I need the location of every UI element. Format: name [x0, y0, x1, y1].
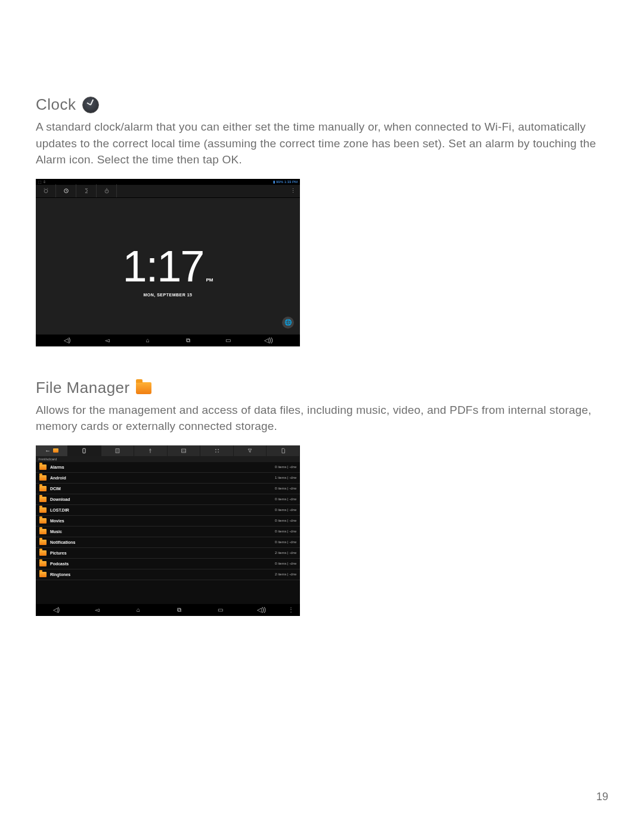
fm-back-button[interactable]: ← — [36, 445, 68, 456]
svg-point-6 — [215, 449, 216, 450]
fm-row[interactable]: Podcasts0 items | -drw — [36, 559, 300, 569]
file-manager-screenshot: ← /mnt/sdcard Alarms0 items | -drwAndroi… — [36, 445, 300, 616]
clock-screenshot: ⬚ ⇩ ▮ 99% 1:33 PM ⋮ 1 — [36, 179, 300, 346]
usb-icon — [147, 448, 153, 454]
volume-down-icon[interactable]: ◁) — [36, 606, 77, 613]
volume-down-icon[interactable]: ◁) — [58, 337, 76, 343]
alarm-icon — [43, 188, 49, 194]
device-icon — [81, 448, 87, 454]
clock-title-text: Clock — [36, 95, 76, 114]
fm-tab-images[interactable] — [168, 445, 201, 456]
page-number: 19 — [596, 791, 608, 803]
volume-up-icon[interactable]: ◁)) — [259, 337, 277, 343]
list-icon — [114, 448, 120, 454]
fm-row[interactable]: Download0 items | -drw — [36, 494, 300, 505]
svg-point-9 — [218, 451, 219, 453]
svg-point-8 — [215, 451, 216, 453]
fm-row-meta: 2 items | -drw — [275, 551, 296, 555]
fm-system-nav-bar: ◁) ◅ ⌂ ⧉ ▭ ◁)) ⋮ — [36, 604, 300, 616]
fm-row-meta: 0 items | -drw — [275, 465, 296, 469]
folder-icon — [39, 465, 47, 470]
svg-rect-5 — [182, 449, 186, 453]
file-icon — [280, 448, 286, 454]
screenshot-icon[interactable]: ▭ — [219, 337, 237, 343]
fm-row-name: Ringtones — [50, 572, 70, 577]
filter-icon — [247, 448, 253, 454]
fm-tab-file[interactable] — [267, 445, 300, 456]
fm-tab-apps[interactable] — [200, 445, 234, 456]
clock-section: Clock A standard clock/alarm that you ca… — [36, 95, 608, 346]
clock-app-icon — [82, 97, 99, 113]
back-icon[interactable]: ◅ — [98, 337, 116, 343]
fm-row-name: DCIM — [50, 487, 61, 491]
clock-icon — [63, 188, 69, 194]
file-manager-section: File Manager Allows for the management a… — [36, 379, 608, 616]
status-bar: ⬚ ⇩ ▮ 99% 1:33 PM — [36, 179, 300, 185]
clock-heading: Clock — [36, 95, 608, 114]
clock-date: MON, SEPTEMBER 15 — [143, 293, 192, 297]
fm-row-name: Notifications — [50, 540, 75, 544]
stopwatch-icon — [104, 188, 110, 194]
tab-alarm[interactable] — [36, 184, 56, 197]
fm-row-meta: 0 items | -drw — [275, 529, 296, 533]
tab-clock[interactable] — [56, 184, 76, 197]
recent-icon[interactable]: ⧉ — [159, 606, 200, 614]
svg-point-7 — [218, 449, 219, 450]
home-icon[interactable]: ⌂ — [139, 337, 157, 343]
clock-ampm: PM — [206, 277, 213, 283]
tab-timer[interactable] — [76, 184, 97, 197]
folder-icon — [39, 561, 47, 566]
fm-tab-usb[interactable] — [134, 445, 168, 456]
clock-body: 1:17 PM MON, SEPTEMBER 15 🌐 — [36, 198, 300, 335]
home-icon[interactable]: ⌂ — [118, 606, 159, 613]
file-manager-heading: File Manager — [36, 379, 608, 397]
overflow-menu[interactable]: ⋮ — [290, 188, 300, 194]
fm-row-meta: 0 items | -drw — [275, 519, 296, 522]
fm-row[interactable]: Alarms0 items | -drw — [36, 462, 300, 473]
status-right: ▮ 99% 1:33 PM — [273, 179, 298, 184]
fm-row[interactable]: Ringtones2 items | -drw — [36, 569, 300, 580]
fm-row[interactable]: Music0 items | -drw — [36, 527, 300, 537]
fm-row[interactable]: LOST.DIR0 items | -drw — [36, 505, 300, 516]
fm-row-name: Android — [50, 476, 66, 480]
world-clock-button[interactable]: 🌐 — [282, 317, 294, 329]
fm-row[interactable]: Pictures2 items | -drw — [36, 548, 300, 559]
folder-icon — [39, 475, 47, 481]
folder-icon — [39, 540, 47, 545]
status-left: ⬚ ⇩ — [38, 179, 46, 184]
fm-row-name: Alarms — [50, 465, 64, 469]
fm-row-meta: 0 items | -drw — [275, 508, 296, 512]
overflow-menu[interactable]: ⋮ — [282, 606, 300, 613]
folder-icon — [39, 497, 47, 502]
screenshot-icon[interactable]: ▭ — [200, 606, 241, 613]
fm-row[interactable]: Movies0 items | -drw — [36, 516, 300, 527]
fm-tab-filter[interactable] — [234, 445, 267, 456]
volume-up-icon[interactable]: ◁)) — [241, 606, 282, 613]
clock-time-row: 1:17 PM — [122, 241, 213, 292]
svg-point-0 — [44, 190, 48, 193]
image-icon — [181, 448, 187, 454]
fm-row[interactable]: Android1 items | -drw — [36, 473, 300, 484]
fm-row[interactable]: DCIM0 items | -drw — [36, 484, 300, 494]
file-manager-description: Allows for the management and access of … — [36, 402, 608, 435]
fm-row-meta: 1 items | -drw — [275, 476, 296, 479]
folder-icon — [39, 550, 47, 556]
fm-list: Alarms0 items | -drwAndroid1 items | -dr… — [36, 462, 300, 604]
fm-tabs — [68, 445, 300, 456]
back-arrow-icon: ← — [45, 447, 51, 454]
fm-row-name: Pictures — [50, 551, 67, 555]
folder-icon — [39, 572, 47, 577]
fm-tab-list[interactable] — [101, 445, 135, 456]
fm-tab-device[interactable] — [68, 445, 101, 456]
back-icon[interactable]: ◅ — [77, 606, 118, 613]
fm-row[interactable]: Notifications0 items | -drw — [36, 537, 300, 548]
folder-icon — [39, 486, 47, 491]
tab-stopwatch[interactable] — [97, 184, 117, 197]
fm-row-meta: 0 items | -drw — [275, 562, 296, 565]
fm-row-meta: 0 items | -drw — [275, 540, 296, 544]
clock-time: 1:17 — [122, 241, 203, 292]
recent-icon[interactable]: ⧉ — [179, 337, 197, 344]
fm-row-meta: 2 items | -drw — [275, 572, 296, 576]
fm-row-name: Music — [50, 529, 62, 534]
fm-row-name: LOST.DIR — [50, 508, 69, 512]
